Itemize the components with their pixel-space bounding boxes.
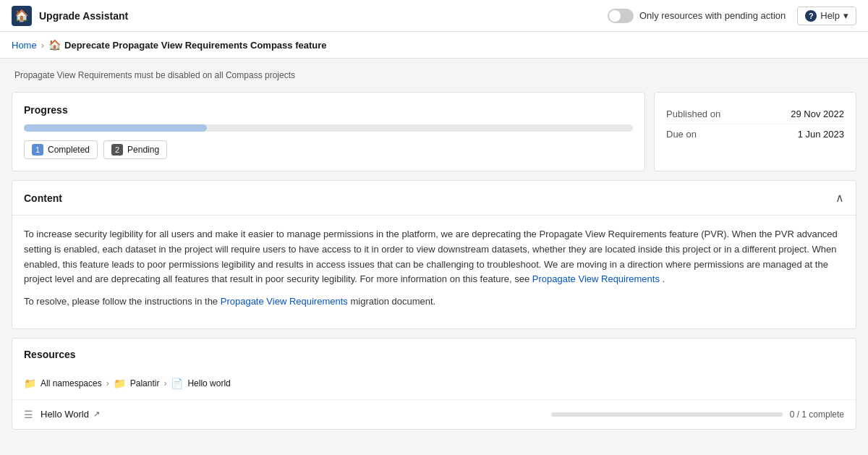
chevron-down-icon: ▾	[843, 10, 848, 21]
logo-icon: 🏠	[14, 9, 29, 22]
resources-breadcrumb: 📁 All namespaces › 📁 Palantir › 📄 Hello …	[12, 370, 856, 399]
main-content: Propagate View Requirements must be disa…	[0, 59, 868, 441]
content-paragraph-2: To resolve, please follow the instructio…	[24, 294, 844, 310]
progress-bar-container	[24, 124, 633, 132]
resource-status: 0 / 1 complete	[790, 409, 844, 420]
chevron-up-icon[interactable]: ∧	[835, 191, 844, 205]
progress-card: Progress 1 Completed 2 Pending	[12, 92, 645, 171]
badge-completed[interactable]: 1 Completed	[24, 140, 98, 159]
folder-sep-2: ›	[163, 378, 166, 388]
breadcrumb-home[interactable]: Home	[12, 40, 37, 51]
breadcrumb-current: Deprecate Propagate View Requirements Co…	[64, 40, 326, 51]
content-section-title: Content	[24, 192, 62, 204]
app-title: Upgrade Assistant	[39, 10, 128, 22]
resource-name-text[interactable]: Hello World	[41, 409, 89, 420]
folder-hello-world-icon: 📄	[171, 378, 183, 389]
resources-title: Resources	[24, 349, 76, 360]
meta-due-row: Due on 1 Jun 2023	[666, 124, 844, 144]
badge-pending-label: Pending	[127, 145, 159, 155]
resource-doc-icon: ☰	[24, 409, 33, 420]
help-button[interactable]: ? Help ▾	[797, 7, 856, 25]
meta-card: Published on 29 Nov 2022 Due on 1 Jun 20…	[654, 92, 856, 171]
content-section-body: To increase security legibility for all …	[12, 216, 856, 328]
app-header: 🏠 Upgrade Assistant Only resources with …	[0, 0, 868, 32]
resolve-link[interactable]: Propagate View Requirements	[221, 296, 348, 307]
published-label: Published on	[666, 109, 720, 119]
meta-published-row: Published on 29 Nov 2022	[666, 104, 844, 124]
resources-section: Resources 📁 All namespaces › 📁 Palantir …	[12, 338, 856, 430]
folder-palantir-icon: 📁	[114, 378, 126, 389]
content-section: Content ∧ To increase security legibilit…	[12, 180, 856, 329]
page-subtitle: Propagate View Requirements must be disa…	[12, 70, 856, 80]
progress-badges: 1 Completed 2 Pending	[24, 140, 633, 159]
resource-item: ☰ Hello World ↗ 0 / 1 complete	[12, 399, 856, 429]
progress-meta-row: Progress 1 Completed 2 Pending Published…	[12, 92, 856, 171]
badge-completed-label: Completed	[48, 145, 90, 155]
breadcrumb-hello-world[interactable]: Hello world	[187, 378, 230, 388]
resource-name: Hello World ↗	[41, 409, 544, 420]
due-value: 1 Jun 2023	[798, 129, 844, 140]
pending-toggle[interactable]	[608, 9, 634, 23]
resources-header: Resources	[12, 339, 856, 370]
resolve-prefix: To resolve, please follow the instructio…	[24, 296, 218, 307]
breadcrumb-sep-1: ›	[41, 40, 44, 51]
content-body-suffix: .	[663, 273, 665, 284]
folder-all-namespaces-icon: 📁	[24, 378, 36, 389]
resolve-suffix: migration document.	[350, 296, 435, 307]
content-section-header: Content ∧	[12, 181, 856, 216]
toggle-knob	[609, 10, 621, 22]
badge-pending-num: 2	[111, 144, 123, 156]
app-logo: 🏠	[12, 6, 32, 26]
folder-sep-1: ›	[106, 378, 109, 388]
breadcrumb: Home › 🏠 Deprecate Propagate View Requir…	[0, 32, 868, 59]
header-right: Only resources with pending action ? Hel…	[608, 7, 856, 25]
resource-progress-bar	[551, 412, 783, 417]
header-left: 🏠 Upgrade Assistant	[12, 6, 128, 26]
toggle-label: Only resources with pending action	[639, 10, 786, 21]
published-value: 29 Nov 2022	[791, 109, 844, 119]
help-label: Help	[820, 10, 840, 21]
badge-completed-num: 1	[32, 144, 43, 156]
due-label: Due on	[666, 129, 697, 140]
breadcrumb-icon: 🏠	[48, 39, 60, 51]
breadcrumb-all-namespaces[interactable]: All namespaces	[41, 378, 102, 388]
content-body-text: To increase security legibility for all …	[24, 229, 838, 284]
help-icon: ?	[805, 10, 817, 22]
content-paragraph-1: To increase security legibility for all …	[24, 227, 844, 287]
pvr-link[interactable]: Propagate View Requirements	[532, 273, 660, 284]
progress-bar-fill	[24, 124, 207, 132]
badge-pending[interactable]: 2 Pending	[103, 140, 167, 159]
progress-title: Progress	[24, 104, 633, 116]
breadcrumb-palantir[interactable]: Palantir	[130, 378, 160, 388]
external-link-icon[interactable]: ↗	[93, 409, 100, 419]
toggle-container: Only resources with pending action	[608, 9, 786, 23]
